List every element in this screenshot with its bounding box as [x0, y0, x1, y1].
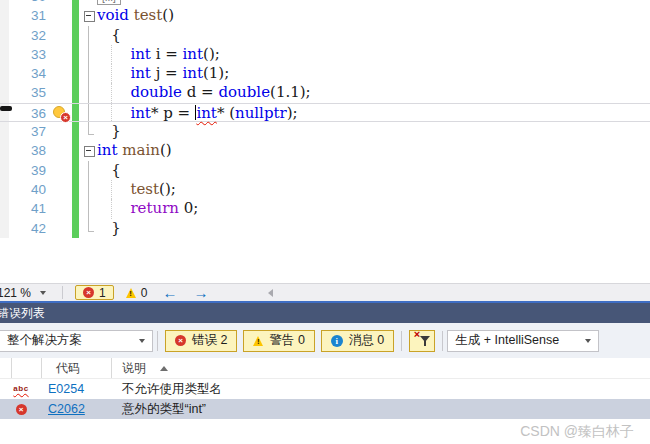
- token-kw: int: [130, 104, 151, 122]
- code-text[interactable]: }: [97, 122, 650, 141]
- build-intellisense-dropdown[interactable]: 生成 + IntelliSense: [447, 330, 599, 352]
- messages-filter-button[interactable]: 消息 0: [321, 330, 394, 352]
- editor-margin-strip: [0, 180, 9, 199]
- chevron-down-icon: [139, 339, 145, 343]
- code-line-42[interactable]: 42 }: [0, 219, 650, 238]
- severity-cell: abc: [0, 384, 42, 394]
- editor-margin-strip: [0, 199, 9, 218]
- editor-margin-strip: [0, 83, 9, 102]
- code-line-32[interactable]: 32 {: [0, 26, 650, 45]
- change-tracking-bar: [71, 180, 82, 199]
- warning-count-button[interactable]: 0: [119, 285, 155, 300]
- code-text[interactable]: }: [97, 219, 650, 238]
- line-number: 34: [9, 64, 53, 83]
- errors-filter-button[interactable]: 错误 2: [165, 330, 237, 352]
- token-pl: 0;: [179, 199, 198, 217]
- glyph-margin: [53, 122, 71, 141]
- chevron-down-icon: [585, 339, 591, 343]
- token-pl: (1);: [203, 64, 229, 82]
- line-number: 40: [9, 180, 53, 199]
- code-text[interactable]: void test(): [97, 6, 650, 25]
- code-line-36[interactable]: 36 int* p = int* (nullptr);: [0, 103, 650, 122]
- token-fn: main: [122, 141, 160, 159]
- token-pl: {: [97, 161, 121, 179]
- code-text[interactable]: int j = int(1);: [97, 64, 650, 83]
- zoom-level: 121 %: [0, 286, 31, 300]
- code-text[interactable]: return 0;: [97, 199, 650, 218]
- column-code[interactable]: 代码: [42, 358, 112, 378]
- code-text[interactable]: double d = double(1.1);: [97, 83, 650, 102]
- warnings-filter-label: 警告 0: [269, 332, 304, 349]
- error-row[interactable]: C2062意外的类型“int”: [0, 399, 650, 419]
- code-text[interactable]: {: [97, 26, 650, 45]
- code-text[interactable]: {: [97, 161, 650, 180]
- description-cell: 不允许使用类型名: [112, 381, 650, 398]
- glyph-margin: [53, 180, 71, 199]
- line-number: 33: [9, 45, 53, 64]
- token-kw: int: [97, 141, 118, 159]
- fold-guide: [82, 45, 97, 64]
- glyph-margin: [53, 26, 71, 45]
- code-cell: E0254: [42, 382, 112, 396]
- token-collapsed: [...]: [97, 0, 121, 5]
- error-row[interactable]: abcE0254不允许使用类型名: [0, 379, 650, 399]
- clear-filter-button[interactable]: ×: [409, 330, 435, 352]
- error-code-link[interactable]: C2062: [48, 402, 85, 416]
- column-code-label: 代码: [56, 360, 80, 377]
- warnings-filter-button[interactable]: 警告 0: [243, 330, 314, 352]
- code-line-37[interactable]: 37 }: [0, 122, 650, 141]
- fold-guide: [82, 104, 97, 121]
- fold-collapse-icon[interactable]: [82, 6, 97, 25]
- navigate-back-button[interactable]: ←: [154, 285, 185, 301]
- code-line-35[interactable]: 35 double d = double(1.1);: [0, 83, 650, 102]
- divider: [62, 286, 63, 299]
- editor-statusbar: 121 % 1 0 ← →: [0, 283, 650, 301]
- error-count: 1: [99, 286, 106, 300]
- code-text[interactable]: test();: [97, 180, 650, 199]
- change-tracking-bar: [71, 104, 82, 121]
- glyph-margin: [53, 104, 71, 121]
- error-code-link[interactable]: E0254: [48, 382, 84, 396]
- error-list-toolbar: 整个解决方案 错误 2 警告 0 消息 0 × 生成 + IntelliSens…: [0, 323, 650, 358]
- error-icon: [16, 404, 27, 415]
- code-text[interactable]: int* p = int* (nullptr);: [97, 104, 650, 121]
- error-count-button[interactable]: 1: [75, 285, 114, 300]
- code-line-34[interactable]: 34 int j = int(1);: [0, 64, 650, 83]
- code-editor[interactable]: 30[...]31void test()32 {33 int i = int()…: [0, 0, 650, 283]
- code-line-33[interactable]: 33 int i = int();: [0, 45, 650, 64]
- column-description[interactable]: 说明: [112, 358, 650, 378]
- code-line-40[interactable]: 40 test();: [0, 180, 650, 199]
- errors-filter-label: 错误 2: [192, 332, 227, 349]
- code-line-38[interactable]: 38int main(): [0, 141, 650, 160]
- code-line-39[interactable]: 39 {: [0, 161, 650, 180]
- code-line-41[interactable]: 41 return 0;: [0, 199, 650, 218]
- error-list-titlebar[interactable]: 错误列表: [0, 301, 650, 323]
- clear-filter-icon: ×: [415, 333, 430, 348]
- code-line-31[interactable]: 31void test(): [0, 6, 650, 25]
- glyph-margin: [53, 141, 71, 160]
- zoom-dropdown[interactable]: 121 %: [0, 286, 57, 300]
- description-cell: 意外的类型“int”: [112, 401, 650, 418]
- column-severity[interactable]: [12, 358, 42, 378]
- token-pl: d =: [182, 83, 218, 101]
- editor-margin-strip: [0, 219, 9, 238]
- scope-value: 整个解决方案: [7, 332, 82, 349]
- divider: [157, 331, 158, 351]
- glyph-margin: [53, 83, 71, 102]
- divider: [401, 331, 402, 351]
- navigate-forward-button[interactable]: →: [185, 285, 216, 301]
- scope-dropdown[interactable]: 整个解决方案: [0, 330, 153, 352]
- glyph-margin: [53, 45, 71, 64]
- token-pl: (1.1);: [270, 83, 311, 101]
- code-text[interactable]: int i = int();: [97, 45, 650, 64]
- line-number: 39: [9, 161, 53, 180]
- line-number: 41: [9, 199, 53, 218]
- fold-collapse-icon[interactable]: [82, 141, 97, 160]
- hscroll-left-arrow-icon[interactable]: [268, 289, 273, 297]
- token-kw: double: [218, 83, 270, 101]
- code-text[interactable]: int main(): [97, 141, 650, 160]
- token-fn: test: [134, 6, 163, 24]
- change-tracking-bar: [71, 161, 82, 180]
- glyph-margin: [53, 6, 71, 25]
- build-intellisense-value: 生成 + IntelliSense: [455, 332, 559, 349]
